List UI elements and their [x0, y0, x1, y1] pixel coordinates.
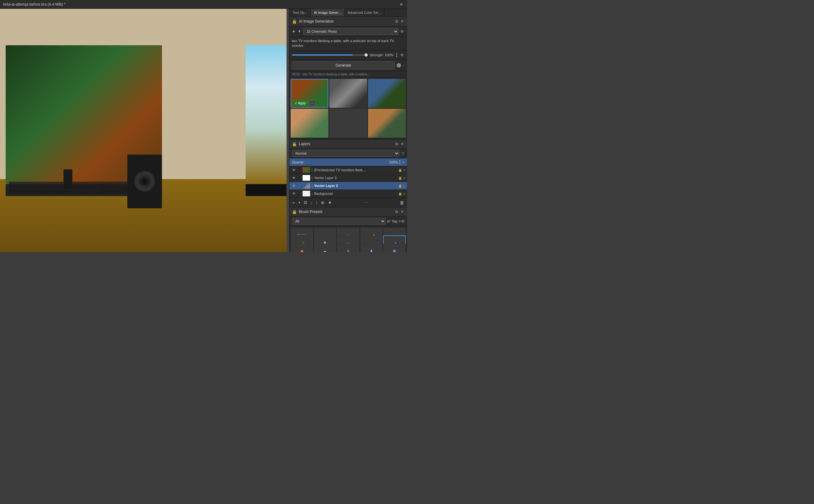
tab-ai-image-gen[interactable]: AI Image Gener... [311, 9, 344, 16]
more-button[interactable]: ··· [309, 101, 315, 106]
layers-close-button[interactable]: ✕ [400, 141, 404, 147]
layers-expand-button[interactable]: ⧉ [395, 141, 399, 147]
strength-settings-button[interactable]: ⚙ [400, 52, 404, 58]
generate-button[interactable]: Generate [292, 61, 395, 69]
apply-button[interactable]: ✓ Apply [293, 101, 308, 106]
layer-transform-vector2: ↕ [311, 184, 313, 188]
thumb-image-3 [368, 79, 406, 108]
add-layer-button[interactable]: + [291, 200, 296, 206]
layer-check-preview [298, 168, 301, 172]
brush-panel-title-group: 🔒 Brush Presets [292, 210, 322, 214]
brush-preview-oil [386, 246, 403, 252]
brush-presets-panel: 🔒 Brush Presets ⧉ ✕ All 🏷 Tag ≡ ⊞ [289, 207, 407, 252]
history-prompt-line: 08:56 - two TV monitors flanking a table… [289, 71, 407, 78]
brush-cell-fineliner[interactable] [337, 244, 360, 252]
list-view-button[interactable]: ≡ [399, 219, 401, 223]
brush-cell-oil[interactable] [383, 244, 406, 252]
thumb-image-5 [329, 109, 367, 138]
more-layer-options[interactable]: ▼ [327, 200, 333, 206]
layer-eye-vector2[interactable]: 👁 [291, 183, 296, 188]
layer-lock-vector3: 🔒 [398, 176, 402, 180]
brush-expand-button[interactable]: ⧉ [395, 209, 399, 215]
brush-close-button[interactable]: ✕ [400, 209, 404, 215]
model-select[interactable]: 15 Cinematic Photo [303, 28, 399, 35]
canvas-photo[interactable] [0, 9, 289, 252]
thumb-image-4 [291, 109, 328, 138]
canvas-scrollbar[interactable] [287, 9, 289, 252]
strength-slider[interactable] [292, 54, 368, 56]
layer-check-vector2: ✓ [298, 184, 301, 188]
layer-eye-background[interactable]: 👁 [291, 191, 296, 196]
grid-view-button[interactable]: ⊞ [401, 219, 404, 223]
thumbnail-4[interactable] [291, 109, 328, 138]
brush-panel-title: Brush Presets [299, 210, 322, 214]
layers-toolbar: + ▼ ⧉ ↓ ↑ ⊕ ▼ 🗑 [289, 198, 407, 207]
layer-name-vector3: Vector Layer 3 [314, 176, 397, 180]
brush-cell-marker[interactable] [291, 244, 313, 252]
brush-grid [289, 226, 407, 252]
thumbnail-2[interactable] [329, 79, 367, 108]
model-config-button[interactable]: ⚙ [400, 29, 404, 34]
brush-panel-header: 🔒 Brush Presets ⧉ ✕ [289, 207, 407, 216]
thumbnail-5[interactable] [329, 109, 367, 138]
ai-panel-title: AI Image Generation [299, 19, 334, 24]
lock-icon-layers: 🔒 [292, 142, 297, 146]
brush-preview-marker [293, 246, 311, 252]
brush-category-select[interactable]: All [292, 218, 386, 225]
ai-panel-close-button[interactable]: ✕ [400, 19, 404, 24]
keyboard [9, 182, 130, 194]
brush-cell-crayon[interactable] [314, 244, 337, 252]
thumbnail-3[interactable] [368, 79, 406, 108]
layer-row-vector2[interactable]: 👁 ✓ ↕ Vector Layer 2 🔒 α [289, 182, 407, 190]
layer-row-preview[interactable]: 👁 ↕ [Preview] two TV monitors flank... 🔒… [289, 166, 407, 174]
prompt-text: two TV monitors flanking a table, with a… [292, 39, 404, 48]
main-layout: Tool Op... AI Image Gener... Advanced Co… [0, 9, 407, 252]
move-layer-up-button[interactable]: ↑ [315, 200, 319, 206]
opacity-menu-icon: ≡ [402, 160, 404, 164]
thumb-image-6 [368, 109, 406, 138]
wand-icon: ✦ [292, 29, 296, 34]
add-layer-dropdown[interactable]: ▼ [297, 200, 302, 205]
merge-layer-button[interactable]: ⊕ [320, 200, 326, 206]
tab-tool-op[interactable]: Tool Op... [289, 9, 311, 16]
right-panel: Tool Op... AI Image Gener... Advanced Co… [289, 9, 407, 252]
canvas-area[interactable] [0, 9, 289, 252]
generate-row: Generate - [289, 60, 407, 71]
brush-cell-watercolor[interactable] [360, 244, 383, 252]
blend-mode-select[interactable]: NormalDissolveMultiplyScreenOverlay [292, 150, 399, 157]
prompt-area: two TV monitors flanking a table, with a… [289, 37, 407, 51]
strength-label: Strength: 100% [370, 53, 393, 57]
layer-eye-vector3[interactable]: 👁 [291, 175, 296, 180]
generate-minus: - [403, 63, 404, 68]
brush-header-icons: ⧉ ✕ [395, 209, 404, 215]
thumbnail-6[interactable] [368, 109, 406, 138]
copy-layer-button[interactable]: ⧉ [303, 199, 308, 206]
brush-preview-fineliner [339, 246, 357, 252]
layer-alpha-background: α [403, 192, 405, 195]
layer-row-vector3[interactable]: 👁 ↕ Vector Layer 3 🔒 α [289, 174, 407, 182]
right-monitor [246, 45, 289, 196]
opacity-arrows: ▲▼ [399, 159, 401, 165]
layer-lock-preview: 🔒 [398, 168, 402, 172]
opacity-label: Opacity: [292, 160, 389, 164]
layer-name-background: Background [314, 192, 397, 195]
strength-row: Strength: 100% ▲▼ ⚙ [289, 51, 407, 60]
layer-thumb-background [303, 191, 310, 196]
ai-image-panel: 🔒 AI Image Generation ⧉ ✕ ✦ ▼ 15 Cinemat… [289, 17, 407, 139]
ai-panel-expand-button[interactable]: ⧉ [395, 19, 399, 24]
ai-panel-header: 🔒 AI Image Generation ⧉ ✕ [289, 17, 407, 26]
brush-filter-row: All 🏷 Tag ≡ ⊞ [289, 216, 407, 226]
tab-advanced-color[interactable]: Advanced Color Sel... [344, 9, 384, 16]
title-bar: krita-ai-attempt-before.kra (4.4 MiB) * … [0, 0, 407, 9]
thumbnail-1[interactable]: ✓ Apply ··· [291, 79, 328, 108]
move-layer-down-button[interactable]: ↓ [309, 200, 313, 206]
layer-row-background[interactable]: 👁 ↕ Background 🔒 α [289, 190, 407, 198]
tag-label: Tag [392, 219, 397, 223]
window-close-button[interactable]: ✕ [399, 2, 404, 7]
model-settings-button[interactable]: ▼ [297, 29, 302, 34]
layer-eye-preview[interactable]: 👁 [291, 167, 296, 173]
thumbnails-grid: ✓ Apply ··· [289, 78, 407, 140]
resize-handle-dots [364, 202, 368, 203]
delete-layer-button[interactable]: 🗑 [399, 200, 405, 206]
layers-panel-header: 🔒 Layers ⧉ ✕ [289, 139, 407, 149]
